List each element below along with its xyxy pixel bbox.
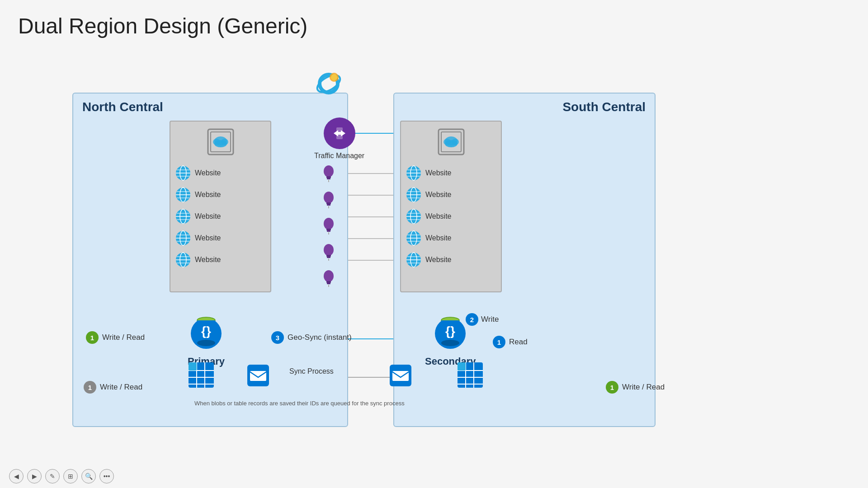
lightbulb-2 [322,191,335,208]
svg-text:{}: {} [201,324,211,338]
svg-rect-112 [326,229,331,230]
svg-point-46 [214,140,227,147]
north-appservice-box: Website Website Website Website Website [170,121,271,292]
north-bottom-write-read-label: Write / Read [100,383,142,392]
svg-rect-138 [392,371,409,381]
north-region-label: North Central [73,94,347,121]
north-write-read-label: Write / Read [102,333,145,342]
svg-rect-105 [327,178,330,179]
south-queue-icon [389,364,412,387]
page-title: Dual Region Design (Generic) [0,0,868,43]
north-website-1: Website [170,162,270,184]
south-website-2: Website [401,184,501,206]
svg-point-103 [324,165,334,177]
south-website-4: Website [401,227,501,249]
step1-badge-read: 1 [493,336,505,348]
svg-point-77 [445,140,458,147]
south-read-label: Read [509,338,528,347]
north-website-2: Website [170,184,270,206]
step1-badge-green-south: 1 [606,381,618,394]
step1-badge-gray-north: 1 [84,381,96,394]
north-website-5: Website [170,249,270,271]
geo-sync-step: 3 Geo-Sync (instant) [271,331,352,344]
step1-badge-green: 1 [86,331,99,344]
svg-point-134 [441,340,459,346]
svg-point-115 [324,244,334,256]
svg-rect-145 [189,362,197,371]
south-bottom-write-read-label: Write / Read [622,383,665,392]
nav-more-button[interactable]: ••• [99,469,114,483]
south-bottom-write-read: 1 Write / Read [606,381,665,394]
svg-rect-113 [327,230,330,232]
south-website-3: Website [401,206,501,227]
south-write-step: 2 Write [466,313,499,326]
north-website-3: Website [170,206,270,227]
svg-rect-152 [458,362,466,371]
traffic-manager-icon [324,117,355,149]
primary-database: {} Primary [188,314,225,367]
lightbulb-4 [322,244,335,261]
diagram-area: North Central South Central Traffic Mana… [0,43,868,486]
svg-rect-109 [327,204,330,206]
step3-badge: 3 [271,331,284,344]
svg-rect-117 [327,257,330,258]
south-website-1: Website [401,162,501,184]
south-write-label: Write [481,315,499,324]
svg-rect-108 [326,202,331,204]
traffic-manager: Traffic Manager [314,117,364,160]
traffic-manager-label: Traffic Manager [314,152,364,160]
sync-process-label: Sync Process [289,367,334,375]
svg-point-128 [197,340,215,346]
lightbulb-3 [322,217,335,235]
bottom-note: When blobs or table records are saved th… [194,400,405,407]
nav-forward-button[interactable]: ▶ [27,469,42,483]
svg-rect-136 [250,371,266,381]
svg-rect-121 [327,283,330,284]
svg-rect-40 [337,132,342,135]
north-table-storage [188,361,215,390]
north-write-read-step: 1 Write / Read [86,331,145,344]
lightbulb-5 [322,270,335,287]
north-appservice-icon [170,122,270,162]
nav-grid-button[interactable]: ⊞ [63,469,78,483]
lightbulbs-column [322,165,335,287]
north-website-4: Website [170,227,270,249]
nav-edit-button[interactable]: ✎ [45,469,60,483]
north-bottom-write-read: 1 Write / Read [84,381,142,394]
svg-point-107 [324,192,334,203]
svg-point-119 [324,270,334,282]
south-table-storage [457,361,484,390]
nav-bar: ◀ ▶ ✎ ⊞ 🔍 ••• [9,469,114,483]
south-appservice-icon [401,122,501,162]
step2-badge-write: 2 [466,313,478,326]
svg-rect-120 [326,281,331,283]
nav-search-button[interactable]: 🔍 [81,469,96,483]
south-appservice-box: Website Website Website Website Website [400,121,502,292]
geo-sync-label: Geo-Sync (instant) [288,333,352,342]
ie-browser-icon [314,69,343,98]
nav-back-button[interactable]: ◀ [9,469,24,483]
svg-rect-116 [326,255,331,257]
lightbulb-1 [322,165,335,182]
south-read-step: 1 Read [493,336,528,348]
svg-text:{}: {} [445,324,455,338]
svg-point-111 [324,218,334,230]
svg-rect-104 [326,176,331,178]
south-website-5: Website [401,249,501,271]
north-queue-icon [246,364,270,387]
svg-point-38 [331,74,337,80]
south-region-label: South Central [394,94,655,121]
